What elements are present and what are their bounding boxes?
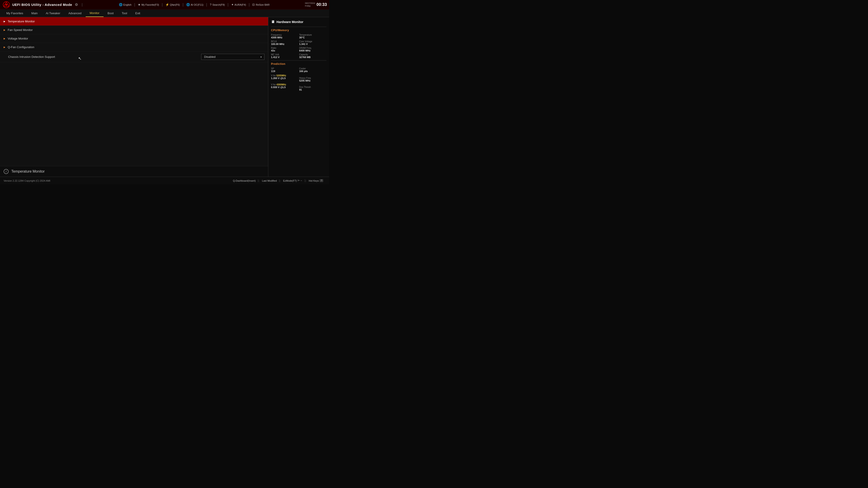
info-area: i Temperature Monitor	[0, 166, 268, 177]
content-area: ▶ Temperature Monitor ▶ Fan Speed Monito…	[0, 17, 268, 177]
expand-arrow: ▶	[4, 20, 5, 23]
my-favorite-button[interactable]: ★ My Favorite(F3)	[136, 2, 160, 7]
mc-volt-cell: MC Volt. 1.412 V	[271, 53, 298, 59]
v-for-5205-row: V for 5205MHz 1.260 V @L5 Heavy Freq 520…	[271, 74, 327, 82]
hot-keys-button[interactable]: Hot Keys ?	[307, 179, 326, 182]
cpu-memory-stats: Frequency 4300 MHz Temperature 30°C BCLK…	[271, 34, 327, 59]
header-center: 🌐 English | ★ My Favorite(F3) | ⚡ Qfan(F…	[84, 2, 305, 7]
nav-main[interactable]: Main	[27, 9, 41, 17]
qfan-button[interactable]: ⚡ Qfan(F6)	[164, 2, 181, 7]
expand-arrow: ▶	[4, 37, 5, 40]
info-icon: i	[4, 169, 8, 174]
nav-tool[interactable]: Tool	[118, 9, 131, 17]
nav-my-favorites[interactable]: My Favorites	[2, 9, 27, 17]
ai-oc-button[interactable]: 🌐 AI OC(F11)	[185, 2, 205, 7]
prediction-stats: SP 119 Cooler 166 pts	[271, 67, 327, 72]
top-bar: UEFI BIOS Utility - Advanced Mode ⚙ | 🌐 …	[0, 0, 329, 9]
app-title: UEFI BIOS Utility - Advanced Mode	[12, 3, 72, 6]
temperature-cell: Temperature 30°C	[299, 34, 327, 39]
v-5205-cell: 1.260 V @L5	[271, 77, 298, 82]
globe-icon: 🌐	[119, 3, 123, 6]
nav-monitor[interactable]: Monitor	[86, 9, 103, 17]
language-button[interactable]: 🌐 English	[118, 2, 133, 7]
v-4300-cell: 0.930 V @L5	[271, 86, 298, 91]
qdashboard-button[interactable]: Q-Dashboard(Insert)	[230, 180, 258, 182]
favorite-icon: ★	[138, 3, 141, 6]
ezmode-button[interactable]: EzMode(F7) ⊢→	[281, 179, 305, 182]
bclk-cell: BCLK 100.00 MHz	[271, 40, 298, 45]
prediction-section-title: Prediction	[271, 62, 327, 66]
heavy-freq-cell: Heavy Freq 5205 MHz	[299, 77, 327, 82]
freq-4300-highlight: 4300MHz	[276, 84, 286, 86]
monitor-icon: 🖥	[271, 20, 275, 24]
nav-exit[interactable]: Exit	[131, 9, 144, 17]
ezmode-icon: ⊢→	[298, 179, 303, 182]
sp-cell: SP 119	[271, 67, 298, 72]
rog-logo	[2, 1, 10, 9]
expand-arrow: ▶	[4, 46, 5, 48]
fan-speed-monitor-item[interactable]: ▶ Fan Speed Monitor	[0, 26, 268, 34]
nav-boot[interactable]: Boot	[103, 9, 118, 17]
header-datetime: 09/27/2024 Friday 00:33	[305, 2, 327, 7]
svg-point-2	[5, 4, 7, 6]
cpu-memory-section-title: CPU/Memory	[271, 29, 327, 32]
ai-oc-icon: 🌐	[186, 3, 190, 6]
chassis-intrusion-item: Chassis Intrusion Detection Support Disa…	[0, 52, 268, 62]
freq-5205-highlight: 5205MHz	[276, 74, 286, 77]
dos-thresh-cell: Dos Thresh 91	[299, 86, 327, 91]
separator: |	[82, 3, 83, 7]
v-for-4300-row: V for 4300MHz 0.930 V @L5 Dos Thresh 91	[271, 84, 327, 91]
capacity-cell: Capacity 32768 MB	[299, 53, 327, 59]
temperature-monitor-item[interactable]: ▶ Temperature Monitor	[0, 17, 268, 26]
chassis-intrusion-select-wrapper[interactable]: Disabled Enabled	[201, 54, 265, 60]
nav-advanced[interactable]: Advanced	[64, 9, 86, 17]
aura-icon: ✦	[231, 3, 234, 6]
version-text: Version 2.22.1284 Copyright (C) 2024 AMI	[4, 180, 51, 182]
footer: Version 2.22.1284 Copyright (C) 2024 AMI…	[0, 177, 329, 184]
footer-buttons: Q-Dashboard(Insert) | Last Modified | Ez…	[230, 179, 326, 182]
search-icon: ?	[210, 3, 211, 6]
core-voltage-cell: Core Voltage 1.341 V	[299, 40, 327, 45]
right-panel: 🖥 Hardware Monitor CPU/Memory Frequency …	[268, 17, 329, 177]
aura-button[interactable]: ✦ AURA(F4)	[230, 2, 248, 7]
chassis-intrusion-select[interactable]: Disabled Enabled	[201, 54, 265, 60]
last-modified-button[interactable]: Last Modified	[260, 180, 279, 182]
ratio-cell: Ratio 43x	[271, 47, 298, 52]
panel-title: 🖥 Hardware Monitor	[271, 20, 327, 24]
divider2	[271, 60, 327, 61]
voltage-monitor-item[interactable]: ▶ Voltage Monitor	[0, 34, 268, 43]
info-description: Temperature Monitor	[11, 169, 45, 173]
help-key-badge: ?	[320, 179, 323, 182]
search-button[interactable]: ? Search(F9)	[209, 2, 226, 7]
main-layout: ▶ Temperature Monitor ▶ Fan Speed Monito…	[0, 17, 329, 177]
gear-icon[interactable]: ⚙	[74, 2, 79, 8]
header-left: UEFI BIOS Utility - Advanced Mode ⚙ |	[2, 1, 84, 9]
dram-freq-cell: DRAM Freq. 6400 MHz	[299, 47, 327, 52]
divider	[271, 27, 327, 27]
expand-arrow: ▶	[4, 29, 5, 31]
resize-bar-icon: ⊡	[252, 3, 255, 6]
frequency-cell: Frequency 4300 MHz	[271, 34, 298, 39]
date-display: 09/27/2024 Friday	[305, 2, 315, 7]
cooler-cell: Cooler 166 pts	[299, 67, 327, 72]
nav-bar: My Favorites Main Ai Tweaker Advanced Mo…	[0, 9, 329, 17]
qfan-config-item[interactable]: ▶ Q-Fan Configuration	[0, 43, 268, 52]
nav-ai-tweaker[interactable]: Ai Tweaker	[42, 9, 64, 17]
clock-display: 00:33	[316, 2, 327, 7]
qfan-icon: ⚡	[165, 3, 169, 6]
resize-bar-button[interactable]: ⊡ ReSize BAR	[251, 2, 271, 7]
